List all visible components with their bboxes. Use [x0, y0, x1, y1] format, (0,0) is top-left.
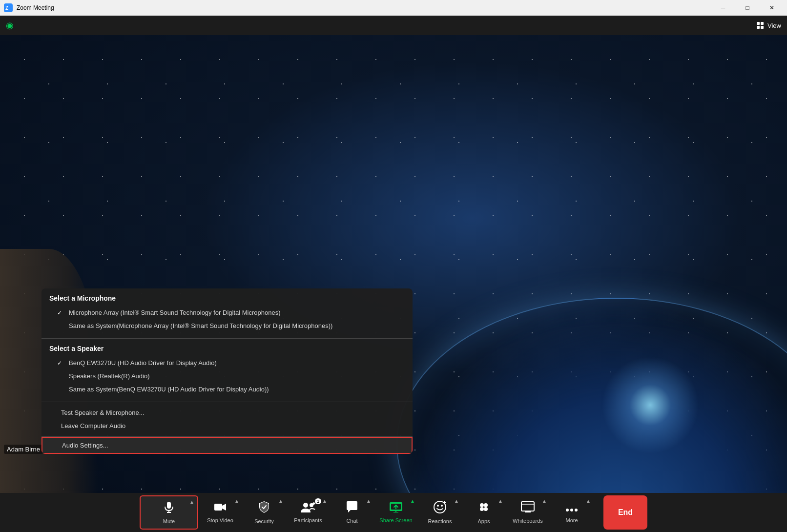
close-button[interactable]: ✕ — [761, 0, 783, 16]
microphone-item-2[interactable]: Same as System(Microphone Array (Intel® … — [49, 319, 405, 332]
whiteboards-label: Whiteboards — [513, 518, 543, 524]
speaker-item-1-label: BenQ EW3270U (HD Audio Driver for Displa… — [69, 359, 217, 367]
speaker-item-3-label: Same as System(BenQ EW3270U (HD Audio Dr… — [69, 386, 269, 393]
share-screen-label: Share Screen — [379, 517, 412, 523]
view-button[interactable]: View — [757, 22, 781, 29]
security-button[interactable]: ▲ Security — [242, 495, 286, 530]
svg-rect-6 — [167, 502, 171, 509]
leave-audio-label: Leave Computer Audio — [61, 422, 125, 430]
more-button[interactable]: ▲ More — [550, 495, 594, 530]
participant-name: Adam Birne — [4, 445, 43, 454]
shield-toolbar-icon — [258, 501, 270, 516]
shield-icon: ◉ — [6, 20, 14, 31]
microphone-item-1-label: Microphone Array (Intel® Smart Sound Tec… — [69, 309, 281, 316]
test-speaker-label: Test Speaker & Microphone... — [61, 409, 145, 416]
whiteboards-button[interactable]: ▲ Whiteboards — [506, 495, 550, 530]
speaker-item-1[interactable]: ✓ BenQ EW3270U (HD Audio Driver for Disp… — [49, 356, 405, 369]
speaker-item-3[interactable]: Same as System(BenQ EW3270U (HD Audio Dr… — [49, 383, 405, 396]
chat-icon — [346, 501, 358, 516]
audio-dropdown-menu: Select a Microphone ✓ Microphone Array (… — [41, 288, 413, 454]
svg-point-26 — [480, 507, 484, 511]
mute-button[interactable]: ▲ Mute — [140, 495, 198, 530]
svg-point-34 — [575, 509, 578, 512]
svg-point-10 — [303, 503, 308, 508]
microphone-section: Select a Microphone ✓ Microphone Array (… — [41, 288, 413, 339]
svg-point-33 — [570, 509, 573, 512]
security-caret[interactable]: ▲ — [278, 498, 283, 504]
svg-rect-3 — [761, 22, 764, 25]
whiteboards-icon — [521, 501, 535, 516]
mute-caret[interactable]: ▲ — [189, 499, 194, 505]
participants-badge: 1 — [315, 498, 321, 504]
extra-options-section: Test Speaker & Microphone... Leave Compu… — [41, 402, 413, 437]
check-icon-speaker: ✓ — [57, 360, 65, 367]
svg-point-25 — [484, 503, 488, 507]
security-label: Security — [254, 518, 274, 524]
whiteboards-caret[interactable]: ▲ — [542, 498, 547, 504]
svg-point-20 — [437, 505, 439, 507]
svg-point-24 — [480, 503, 484, 507]
apps-icon — [477, 501, 490, 516]
share-screen-button[interactable]: ▲ Share Screen — [374, 495, 418, 530]
microphone-item-1[interactable]: ✓ Microphone Array (Intel® Smart Sound T… — [49, 306, 405, 319]
svg-point-21 — [441, 505, 443, 507]
microphone-section-title: Select a Microphone — [49, 294, 405, 302]
svg-rect-4 — [757, 26, 760, 29]
chat-button[interactable]: ▲ Chat — [330, 495, 374, 530]
microphone-icon — [163, 501, 175, 516]
svg-rect-2 — [757, 22, 760, 25]
maximize-button[interactable]: □ — [736, 0, 759, 16]
participants-caret[interactable]: ▲ — [322, 498, 327, 504]
svg-point-27 — [484, 507, 488, 511]
more-label: More — [565, 517, 578, 523]
share-screen-caret[interactable]: ▲ — [410, 498, 415, 504]
chat-label: Chat — [346, 518, 357, 524]
minimize-button[interactable]: ─ — [712, 0, 734, 16]
view-label: View — [767, 22, 781, 29]
more-icon — [565, 502, 578, 515]
participants-button[interactable]: ▲ 1 Participants — [286, 495, 330, 530]
leave-audio-item[interactable]: Leave Computer Audio — [41, 419, 413, 432]
zoom-logo: Z — [4, 3, 13, 12]
test-speaker-item[interactable]: Test Speaker & Microphone... — [41, 406, 413, 419]
speaker-item-2[interactable]: Speakers (Realtek(R) Audio) — [49, 369, 405, 383]
stop-video-button[interactable]: ▲ Stop Video — [198, 495, 242, 530]
reactions-icon — [434, 501, 446, 516]
reactions-label: Reactions — [428, 518, 452, 524]
audio-settings-item[interactable]: Audio Settings... — [41, 437, 413, 454]
mute-label: Mute — [163, 518, 175, 524]
audio-settings-label: Audio Settings... — [62, 442, 108, 449]
svg-text:Z: Z — [5, 5, 8, 11]
speaker-item-2-label: Speakers (Realtek(R) Audio) — [69, 372, 149, 380]
title-bar: Z Zoom Meeting ─ □ ✕ — [0, 0, 787, 16]
video-area: Adam Birne Select a Microphone ✓ Microph… — [0, 35, 787, 493]
participants-label: Participants — [294, 517, 322, 523]
share-screen-icon — [389, 502, 403, 515]
stop-video-label: Stop Video — [207, 517, 233, 523]
window-controls: ─ □ ✕ — [712, 0, 783, 16]
svg-rect-9 — [214, 504, 222, 511]
grid-icon — [757, 22, 765, 29]
end-button[interactable]: End — [603, 495, 647, 530]
toolbar: ▲ Mute ▲ Stop Video ▲ — [0, 493, 787, 532]
light-burst — [601, 356, 699, 454]
apps-label: Apps — [477, 518, 490, 524]
chat-caret[interactable]: ▲ — [366, 498, 371, 504]
reactions-caret[interactable]: ▲ — [454, 498, 459, 504]
more-caret[interactable]: ▲ — [586, 498, 591, 504]
apps-button[interactable]: ▲ Apps — [462, 495, 506, 530]
svg-rect-28 — [521, 502, 534, 511]
apps-caret[interactable]: ▲ — [498, 498, 503, 504]
camera-icon — [214, 502, 227, 515]
svg-rect-5 — [761, 26, 764, 29]
speaker-section-title: Select a Speaker — [49, 345, 405, 352]
participants-icon — [301, 502, 315, 515]
reactions-button[interactable]: ▲ Reactions — [418, 495, 462, 530]
video-caret[interactable]: ▲ — [234, 498, 239, 504]
security-bar: ◉ View — [0, 16, 787, 35]
end-label: End — [618, 508, 633, 517]
svg-point-32 — [566, 509, 569, 512]
window-title: Zoom Meeting — [17, 4, 712, 11]
microphone-item-2-label: Same as System(Microphone Array (Intel® … — [69, 322, 332, 329]
speaker-section: Select a Speaker ✓ BenQ EW3270U (HD Audi… — [41, 339, 413, 402]
